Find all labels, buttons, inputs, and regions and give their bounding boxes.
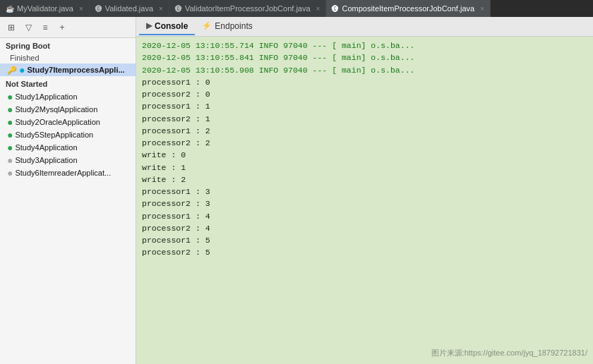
status-dot: ● [7,92,13,102]
panel-tab-console[interactable]: ▶Console [139,18,195,35]
filter-btn[interactable]: ▽ [21,20,35,35]
log-line: processor2 : 2 [142,137,587,149]
sidebar-item-study3[interactable]: ●Study3Application [0,154,136,166]
log-line: processor2 : 0 [142,88,587,100]
status-dot: ● [7,104,13,114]
status-dot: ● [7,117,13,127]
panel-tab-endpoints[interactable]: ⚡Endpoints [195,18,259,35]
key-icon: 🔑 [7,66,17,75]
log-line: processor1 : 1 [142,100,587,112]
sidebar-item-study5step[interactable]: ●Study5StepApplication [0,128,136,141]
file-icon: 🅒 [332,5,339,13]
item-label: Study5StepApplication [15,131,93,139]
log-line: write : 1 [142,162,587,174]
spring-boot-label: Spring Boot [0,40,136,52]
run-dot: ● [19,65,25,75]
finished-label: Finished [0,52,136,63]
tab-tab3[interactable]: 🅒ValidatorItemProcessorJobConf.java× [169,0,327,17]
study7-label: Study7ItemprocessAppli... [27,66,124,74]
log-line: write : 2 [142,174,587,186]
sidebar-item-study6[interactable]: ●Study6ItemreaderApplicat... [0,166,136,179]
not-started-label: Not Started [0,78,136,90]
tree: Spring BootFinished🔑●Study7ItemprocessAp… [0,38,136,181]
tab-label: ValidatorItemProcessorJobConf.java [185,4,311,13]
right-panel: ▶Console⚡Endpoints 2020-12-05 13:10:55.7… [136,17,593,364]
console-output[interactable]: 2020-12-05 13:10:55.714 INFO 97040 --- [… [136,37,593,364]
sidebar-item-study4[interactable]: ●Study4Application [0,141,136,154]
log-line: processor2 : 4 [142,222,587,234]
file-icon: 🅒 [95,5,102,13]
status-dot: ● [7,155,13,165]
log-line: processor1 : 5 [142,234,587,246]
config-btn[interactable]: ≡ [38,20,52,35]
log-line: 2020-12-05 13:10:55.908 INFO 97040 --- [… [142,64,587,76]
add-btn[interactable]: + [55,20,69,35]
tab-tab2[interactable]: 🅒Validated.java× [90,0,169,17]
log-line: processor2 : 3 [142,198,587,210]
tab-close[interactable]: × [480,5,484,13]
tab-tab4[interactable]: 🅒CompositeItemProcessorJobConf.java× [326,0,491,17]
sidebar-item-study2oracle[interactable]: ●Study2OracleApplication [0,116,136,128]
item-label: Study3Application [15,156,77,164]
sidebar: ⊞ ▽ ≡ + Spring BootFinished🔑●Study7Itemp… [0,17,136,364]
item-label: Study2OracleApplication [15,118,100,126]
item-label: Study2MysqlApplication [15,105,97,114]
log-line: processor1 : 0 [142,76,587,88]
log-line: write : 0 [142,149,587,161]
tab-bar: ☕MyValidator.java×🅒Validated.java×🅒Valid… [0,0,593,17]
console-icon: ▶ [146,21,152,30]
tab-tab1[interactable]: ☕MyValidator.java× [0,0,90,17]
log-line: processor1 : 4 [142,210,587,222]
log-line: 2020-12-05 13:10:55.714 INFO 97040 --- [… [142,40,587,51]
sidebar-toolbar: ⊞ ▽ ≡ + [0,17,136,38]
status-dot: ● [7,130,13,140]
tab-label: CompositeItemProcessorJobConf.java [342,4,474,13]
main-area: ⊞ ▽ ≡ + Spring BootFinished🔑●Study7Itemp… [0,17,593,364]
layout-btn[interactable]: ⊞ [4,20,18,35]
sidebar-item-study1[interactable]: ●Study1Application [0,90,136,103]
status-dot: ● [7,142,13,152]
panel-tabs: ▶Console⚡Endpoints [136,17,593,37]
panel-tab-label: Endpoints [215,21,252,31]
log-line: processor1 : 2 [142,125,587,137]
item-label: Study4Application [15,143,77,152]
tab-close[interactable]: × [159,5,163,13]
sidebar-item-study7[interactable]: 🔑●Study7ItemprocessAppli... [0,63,136,76]
panel-tab-label: Console [155,21,188,31]
log-line: 2020-12-05 13:10:55.841 INFO 97040 --- [… [142,51,587,63]
file-icon: ☕ [6,5,14,13]
log-line: processor1 : 3 [142,186,587,198]
item-label: Study6ItemreaderApplicat... [15,169,111,177]
endpoints-icon: ⚡ [202,21,212,30]
log-line: processor2 : 1 [142,113,587,125]
status-dot: ● [7,168,13,178]
tab-close[interactable]: × [316,5,321,13]
log-line: processor2 : 5 [142,246,587,258]
file-icon: 🅒 [175,5,182,13]
item-label: Study1Application [15,92,77,101]
sidebar-item-study2mysql[interactable]: ●Study2MysqlApplication [0,103,136,116]
tab-label: Validated.java [105,4,153,13]
tab-close[interactable]: × [79,5,83,13]
tab-label: MyValidator.java [17,4,73,13]
